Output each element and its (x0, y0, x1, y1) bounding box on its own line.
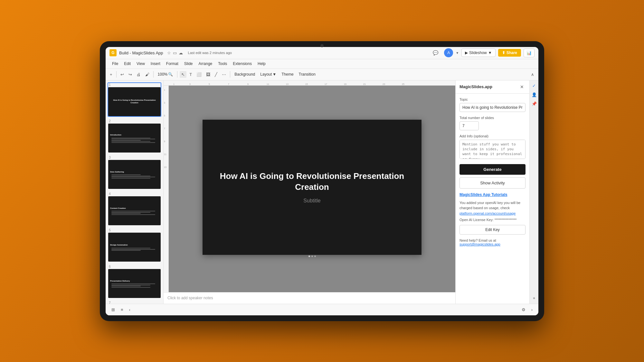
bottom-toolbar: ⊞ ≡ ‹ ⚙ › (106, 304, 538, 315)
slide-thumb-7[interactable]: 7 Analysis of Insights (108, 301, 161, 304)
slide-main-title: How AI is Going to Revolutionise Present… (203, 171, 421, 193)
addinfo-label: Add Info (optional) (459, 134, 526, 138)
cloud-icon[interactable]: ☁ (179, 51, 183, 55)
share-icon: ⬆ (502, 51, 505, 55)
list-view-button[interactable]: ≡ (119, 306, 125, 313)
tutorials-link[interactable]: MagicSlides App Tutorials (459, 192, 526, 197)
ruler-left: 1 3 5 7 9 11 13 (164, 86, 169, 292)
slide-thumb-4[interactable]: 4 Content Creation (108, 191, 161, 226)
menu-file[interactable]: File (109, 60, 121, 67)
share-button[interactable]: ⬆ Share (498, 49, 521, 57)
topic-label: Topic (459, 97, 526, 101)
slide-canvas[interactable]: How AI is Going to Revolutionise Present… (203, 120, 421, 255)
grid-view-button[interactable]: ⊞ (109, 306, 117, 313)
slide-preview-title-6: Presentation Delivery (110, 280, 159, 283)
menu-slide[interactable]: Slide (182, 60, 195, 67)
main-content: 1 How AI is Going to Revolutionise Prese… (106, 80, 538, 304)
slide-thumb-3[interactable]: 3 Data Gathering (108, 155, 161, 190)
slide-num-6: 6 (108, 265, 161, 268)
sidebar-close-button[interactable]: ✕ (518, 84, 526, 90)
transition-button[interactable]: Transition (297, 71, 317, 78)
slide-num-1: 1 (108, 83, 161, 87)
slide-preview-1: How AI is Going to Revolutionise Present… (108, 87, 161, 116)
settings-icon-button[interactable]: ⚙ (520, 306, 527, 313)
star-icon[interactable]: ☆ (167, 51, 171, 55)
nav-dot-3 (314, 255, 316, 257)
show-activity-button[interactable]: Show Activity (459, 177, 526, 189)
zoom-button[interactable]: 100% 🔍 (156, 71, 175, 78)
menu-view[interactable]: View (134, 60, 147, 67)
slide-line (111, 287, 150, 288)
slide-line (111, 248, 150, 248)
shape-tool[interactable]: ⬜ (195, 71, 203, 78)
more-tools[interactable]: ⋯ (220, 71, 228, 78)
speaker-notes[interactable]: Click to add speaker notes (164, 292, 455, 304)
slide-line (111, 213, 141, 214)
slide-preview-5: Design Automation (108, 233, 161, 262)
undo-button[interactable]: ↩ (119, 71, 126, 78)
comment-button[interactable]: 💬 (430, 49, 441, 57)
sidebar-header: MagicSlides.app ✕ (456, 80, 529, 94)
slide-line (111, 283, 155, 284)
folder-icon[interactable]: ▭ (173, 51, 177, 55)
redo-button[interactable]: ↪ (127, 71, 134, 78)
paint-format-button[interactable]: 🖌 (144, 71, 151, 78)
title-bar-right: 💬 A ▼ ▶ Slideshow ▼ ⬆ Share 📊 (430, 48, 535, 57)
nav-dot-2 (311, 255, 313, 257)
edit-key-button[interactable]: Edit Key (459, 225, 526, 235)
slideshow-dropdown-icon: ▼ (488, 51, 492, 55)
slideshow-button[interactable]: ▶ Slideshow ▼ (461, 49, 496, 57)
menu-format[interactable]: Format (164, 60, 181, 67)
sidebar-title: MagicSlides.app (459, 84, 492, 89)
menu-arrange[interactable]: Arrange (196, 60, 215, 67)
menu-tools[interactable]: Tools (215, 60, 230, 67)
text-tool[interactable]: T (188, 71, 194, 78)
right-strip: ✓ 👤 📌 + (529, 80, 538, 304)
slide-preview-3: Data Gathering (108, 160, 161, 189)
addinfo-textarea[interactable] (459, 140, 526, 159)
slide-thumb-1[interactable]: 1 How AI is Going to Revolutionise Prese… (108, 82, 161, 117)
slide-thumb-2[interactable]: 2 Introduction (108, 119, 161, 153)
layout-button[interactable]: Layout ▼ (258, 71, 278, 78)
topic-input[interactable] (459, 103, 526, 112)
slide-preview-title-4: Content Creation (110, 207, 159, 210)
menu-help[interactable]: Help (255, 60, 268, 67)
speaker-notes-placeholder: Click to add speaker notes (167, 296, 213, 300)
generate-button[interactable]: Generate (459, 164, 526, 175)
slide-subtitle: Subtitle (303, 198, 320, 204)
cursor-tool[interactable]: ↖ (180, 71, 186, 78)
background-button[interactable]: Background (232, 71, 257, 78)
support-email-link[interactable]: support@magicslides.app (459, 242, 500, 246)
slides-label: Total number of slides (459, 116, 526, 120)
plus-icon-button[interactable]: + (531, 295, 538, 302)
generate-label: Generate (483, 167, 501, 172)
device-camera (320, 44, 324, 47)
print-button[interactable]: 🖨 (135, 71, 142, 78)
check-icon-button[interactable]: ✓ (531, 82, 538, 89)
slide-preview-2: Introduction (108, 124, 161, 153)
api-key-row: Open AI License Key: **************** (459, 218, 526, 222)
slide-thumb-6[interactable]: 6 Presentation Delivery (108, 264, 161, 299)
canvas-nav-bottom (306, 255, 318, 258)
avatar-button[interactable]: A (444, 48, 453, 57)
ruler-top: 1 3 5 7 9 11 13 15 17 19 21 23 25 (164, 80, 455, 86)
chart-button[interactable]: 📊 (524, 49, 535, 57)
slide-thumb-5[interactable]: 5 Design Automation (108, 228, 161, 262)
collapse-toolbar-button[interactable]: ∧ (529, 71, 536, 78)
collapse-panel-button[interactable]: ‹ (127, 306, 132, 313)
slide-line (111, 211, 155, 211)
nav-right-button[interactable]: › (529, 306, 535, 313)
line-tool[interactable]: ╱ (213, 71, 219, 78)
slide-line (111, 177, 155, 177)
pin-icon-button[interactable]: 📌 (531, 100, 538, 107)
menu-extensions[interactable]: Extensions (230, 60, 254, 67)
openai-link[interactable]: platform.openal.com/account/usage (459, 211, 516, 215)
screen: G Build - MagicSlides App ☆ ▭ ☁ Last edi… (106, 47, 538, 315)
menu-edit[interactable]: Edit (121, 60, 133, 67)
theme-button[interactable]: Theme (279, 71, 295, 78)
menu-insert[interactable]: Insert (148, 60, 163, 67)
person-icon-button[interactable]: 👤 (531, 91, 538, 98)
slides-count-input[interactable] (459, 121, 479, 130)
add-button[interactable]: + (108, 71, 114, 78)
image-tool[interactable]: 🖼 (204, 71, 212, 78)
